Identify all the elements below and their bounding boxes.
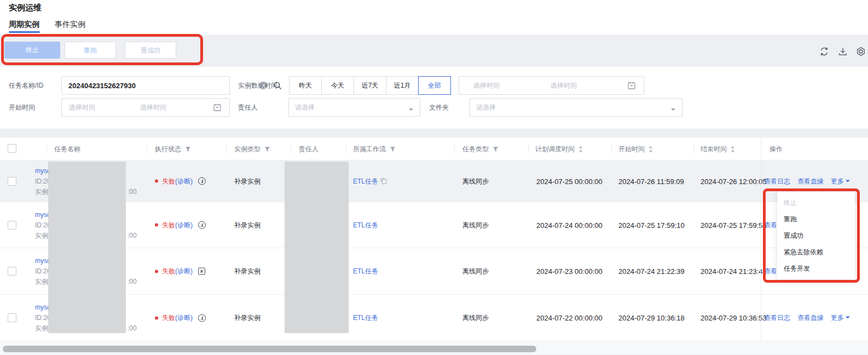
row-checkbox[interactable] (8, 177, 16, 186)
instance-type-cell: 补录实例 (234, 220, 261, 230)
column-header-label: 所属工作流 (353, 145, 386, 154)
refresh-icon[interactable] (819, 47, 829, 56)
diagnose-link[interactable]: (诊断) (175, 220, 193, 230)
select-all-checkbox[interactable] (8, 144, 16, 153)
start-time-cell: 2024-07-26 11:59:09 (618, 177, 684, 185)
column-header: 任务名称 (54, 138, 80, 161)
plan-time-cell: 2024-07-23 00:00:00 (536, 267, 603, 276)
header-divider (226, 145, 227, 153)
status-dot (155, 180, 158, 183)
tab-event-instance[interactable]: 事件实例 (55, 20, 85, 30)
task-name-input-box (61, 76, 230, 95)
instance-data-time-range-picker[interactable]: 选择时间 选择时间 (459, 76, 644, 95)
row-checkbox[interactable] (8, 313, 16, 322)
info-icon[interactable]: i (198, 221, 206, 229)
status-badge: 失败(诊断)i (155, 176, 206, 186)
sort-icon[interactable] (649, 146, 653, 153)
column-header[interactable]: 任务类型 (462, 138, 499, 161)
sort-icon[interactable] (578, 146, 583, 153)
column-header[interactable]: 计划调度时间 (535, 138, 583, 161)
row-checkbox[interactable] (8, 267, 16, 276)
column-header[interactable]: 结束时间 (701, 138, 735, 161)
info-icon[interactable]: i (198, 178, 206, 185)
status-dot (155, 224, 158, 227)
filter-panel: 任务名称/ID 实例数据时间 昨天今天近7天近1月全部 选择时间 选择时间 开始… (0, 67, 868, 129)
instance-type-cell: 补录实例 (234, 267, 261, 276)
menu-item[interactable]: 任务开发 (777, 260, 855, 277)
table-row: mysql2ID:202实例数:00失败(诊断)i补录实例ETL任务离线同步20… (0, 295, 868, 341)
info-icon[interactable]: i (198, 314, 206, 322)
diagnose-link[interactable]: (诊断) (175, 313, 193, 323)
more-link[interactable]: 更多 (831, 176, 850, 186)
column-header[interactable]: 开始时间 (618, 138, 653, 161)
table-header-row: 任务名称执行状态实例类型责任人所属工作流任务类型计划调度时间开始时间结束时间操作 (0, 138, 868, 161)
owner-label: 责任人 (238, 98, 258, 117)
quick-range-option[interactable]: 今天 (321, 76, 354, 95)
column-header-label: 实例类型 (234, 145, 261, 154)
plan-time-cell: 2024-07-24 00:00:00 (536, 221, 603, 229)
status-text: 失败 (162, 220, 175, 230)
start-time-label: 开始时间 (9, 98, 35, 117)
task-meta-suffix: :00 (128, 186, 137, 197)
header-divider (147, 145, 147, 153)
page-title: 实例运维 (9, 3, 42, 13)
folder-select[interactable]: 请选择 (470, 98, 682, 117)
task-meta-suffix: :00 (128, 230, 137, 241)
view-lineage-link[interactable]: 查看血缘 (797, 313, 824, 323)
workflow-cell: ETL任务 (353, 220, 378, 230)
bulk-terminate-button[interactable]: 终止 (4, 42, 60, 59)
page-header: 实例运维 周期实例 事件实例 (0, 0, 868, 35)
workflow-link[interactable]: ETL任务 (353, 176, 378, 186)
menu-item[interactable]: 置成功 (777, 227, 855, 244)
column-header: 操作 (769, 138, 783, 161)
settings-icon[interactable] (856, 47, 866, 56)
row-actions: 查看日志查看血缘更多 (764, 313, 850, 323)
view-lineage-link[interactable]: 查看血缘 (797, 176, 824, 186)
quick-range-option[interactable]: 全部 (418, 76, 451, 95)
column-header[interactable]: 实例类型 (234, 138, 270, 161)
diagnose-link[interactable]: (诊断) (175, 176, 193, 186)
bulk-rerun-button[interactable]: 重跑 (65, 42, 116, 59)
filter-icon[interactable] (185, 146, 191, 152)
copy-icon[interactable] (380, 178, 387, 185)
bulk-set-success-button[interactable]: 置成功 (125, 42, 176, 59)
error-detail-icon[interactable]: × (198, 268, 205, 275)
header-divider (528, 145, 529, 153)
diagnose-link[interactable]: (诊断) (175, 267, 193, 276)
workflow-link[interactable]: ETL任务 (353, 313, 378, 323)
header-divider (454, 145, 455, 153)
view-log-link[interactable]: 查看日志 (764, 313, 790, 323)
range-end-placeholder: 选择时间 (551, 77, 577, 94)
column-header[interactable]: 执行状态 (155, 138, 191, 161)
horizontal-scrollbar-thumb[interactable] (3, 346, 536, 352)
tab-periodic-instance[interactable]: 周期实例 (9, 20, 39, 30)
status-badge: 失败(诊断)i (155, 220, 206, 230)
start-time-range-picker[interactable]: 选择时间 选择时间 (61, 98, 230, 117)
quick-range-option[interactable]: 近7天 (354, 76, 386, 95)
owner-select[interactable]: 请选择 (288, 98, 420, 117)
filter-icon[interactable] (264, 146, 270, 152)
menu-item[interactable]: 重跑 (777, 211, 855, 227)
menu-item: 终止 (777, 194, 855, 211)
quick-range-option[interactable]: 昨天 (289, 76, 322, 95)
quick-range-option[interactable]: 近1月 (386, 76, 419, 95)
header-divider (47, 145, 47, 153)
sort-icon[interactable] (731, 146, 735, 153)
workflow-link[interactable]: ETL任务 (353, 220, 378, 230)
instance-ops-page: 实例运维 周期实例 事件实例 终止 重跑 置成功 任务名称/ID (0, 0, 868, 355)
column-header-label: 计划调度时间 (535, 145, 575, 154)
column-header-label: 责任人 (299, 145, 319, 154)
start-time-cell: 2024-07-25 17:59:10 (618, 221, 685, 229)
redaction-box-task-name (48, 162, 126, 333)
workflow-link[interactable]: ETL任务 (353, 267, 378, 276)
status-badge: 失败(诊断)× (155, 267, 205, 276)
table-row: mysql2ID:202实例数:00失败(诊断)×补录实例ETL任务离线同步20… (0, 248, 868, 295)
row-checkbox[interactable] (8, 221, 16, 230)
view-log-link[interactable]: 查看日志 (764, 176, 790, 186)
more-link[interactable]: 更多 (831, 313, 850, 323)
filter-icon[interactable] (390, 146, 396, 152)
filter-icon[interactable] (493, 146, 499, 152)
menu-item[interactable]: 紧急去除依赖 (777, 244, 855, 260)
column-header[interactable]: 所属工作流 (353, 138, 396, 161)
download-icon[interactable] (838, 47, 848, 56)
